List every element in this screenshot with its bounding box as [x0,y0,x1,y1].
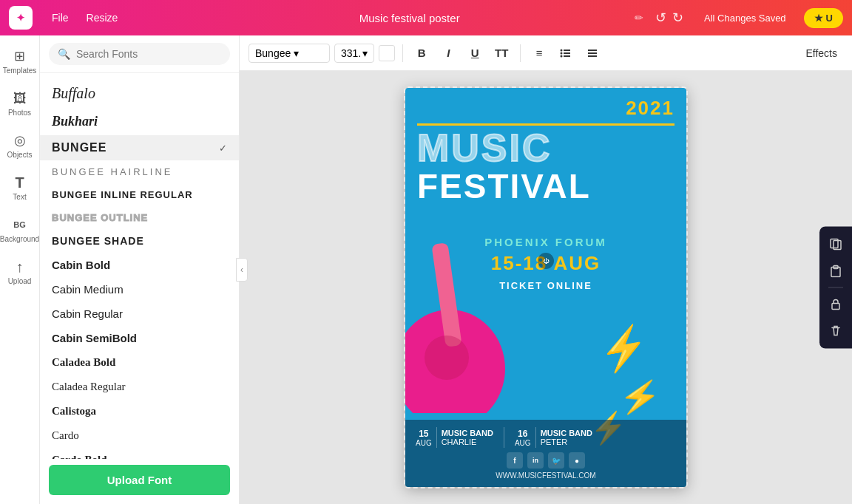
band-date-2: 16 AUG [515,429,531,447]
templates-label: Templates [3,67,37,75]
upgrade-label: U [826,13,833,24]
list-ordered-button[interactable] [555,42,577,64]
objects-label: Objects [7,151,33,159]
social-linkedin-icon: in [527,452,544,469]
font-name-buffalo: Buffalo [52,85,95,102]
font-item-bungee[interactable]: BUNGEE ✓ [40,135,239,160]
font-name-bungee-outline: BUNGEE OUTLINE [52,212,148,223]
logo-icon: ✦ [16,12,25,24]
bold-button[interactable]: B [410,42,433,64]
font-color-swatch[interactable] [379,45,395,61]
sidebar-item-text[interactable]: T Text [2,168,38,207]
font-size-selector[interactable]: 331. ▾ [334,44,374,63]
undo-button[interactable]: ↺ [655,10,666,26]
font-item-bungee-shade[interactable]: BUNGEE SHADE [40,229,239,253]
font-item-cabin-bold[interactable]: Cabin Bold [40,253,239,277]
social-pinterest-icon: ● [569,452,585,469]
svg-rect-2 [564,55,570,57]
font-name-calistoga: Calistoga [52,405,96,418]
sidebar-item-templates[interactable]: ⊞ Templates [2,41,38,81]
topbar-menu: File Resize [44,9,125,27]
font-name-bungee-hairline: BUNGEE HAIRLINE [52,166,172,177]
font-item-caladea-bold[interactable]: Caladea Bold [40,350,239,375]
text-icon: T [11,174,29,191]
background-label: Background [0,235,39,243]
tt-button[interactable]: TT [490,42,513,64]
font-item-cabin-regular[interactable]: Cabin Regular [40,302,239,326]
lightning-bolt-2: ⚡ [618,378,662,415]
clipboard-button[interactable] [824,259,848,283]
font-item-bungee-inline[interactable]: BUNGEE INLINE REGULAR [40,183,239,206]
search-input[interactable] [76,48,221,60]
sidebar-item-upload[interactable]: ↑ Upload [2,252,38,291]
font-name-caladea-bold: Caladea Bold [52,356,115,369]
svg-point-5 [561,55,563,57]
app-logo[interactable]: ✦ [9,6,33,30]
redo-button[interactable]: ↻ [672,10,683,26]
sidebar-item-photos[interactable]: 🖼 Photos [2,84,38,123]
font-item-cabin-medium[interactable]: Cabin Medium [40,277,239,302]
toolbar-divider-2 [520,44,521,62]
objects-icon: ◎ [11,132,29,149]
font-item-buffalo[interactable]: Buffalo [40,79,239,108]
templates-icon: ⊞ [11,47,29,65]
font-item-calistoga[interactable]: Calistoga [40,399,239,423]
band-separator-3 [535,427,536,448]
selected-check-icon: ✓ [219,143,227,154]
poster-year: 2021 [626,97,674,120]
canvas-area[interactable]: Change the font to your liking 2021 MUSI… [240,71,852,504]
social-twitter-icon: 🐦 [548,452,564,469]
font-name-cabin-medium: Cabin Medium [52,283,124,296]
font-name-cardo: Cardo [52,429,79,442]
sidebar-item-background[interactable]: BG Background [2,210,38,249]
band-info-2: MUSIC BAND PETER [541,429,592,446]
menu-resize[interactable]: Resize [79,9,126,27]
menu-file[interactable]: File [44,9,76,27]
font-item-cabin-semibold[interactable]: Cabin SemiBold [40,326,239,350]
font-family-selector[interactable]: Bungee ▾ [248,44,330,63]
upgrade-button[interactable]: ★ U [804,8,843,28]
upload-icon: ↑ [11,258,29,276]
align-left-button[interactable]: ≡ [528,42,550,64]
upload-font-button[interactable]: Upload Font [49,465,230,495]
upgrade-star-icon: ★ [814,13,823,24]
collapse-panel-handle[interactable]: ‹ [236,258,248,282]
svg-rect-7 [588,52,597,54]
font-item-bungee-outline[interactable]: BUNGEE OUTLINE [40,206,239,229]
font-name-bungee-inline: BUNGEE INLINE REGULAR [52,189,193,200]
photos-label: Photos [8,109,31,117]
poster-website: WWW.MUSICFESTIVAL.COM [416,471,676,480]
poster-line-top [417,123,674,126]
font-size-value: 331. [341,47,361,59]
font-name-caladea-regular: Caladea Regular [52,381,126,393]
font-name-cabin-bold: Cabin Bold [52,259,110,271]
edit-icon[interactable]: ✏ [635,12,643,24]
upload-label: Upload [8,277,32,285]
undo-redo-group: ↺ ↻ [655,10,683,26]
poster[interactable]: 2021 MUSIC FESTIVAL PHOENIX FORUM 15-18 … [405,88,686,487]
underline-button[interactable]: U [464,42,486,64]
font-name-cabin-regular: Cabin Regular [52,307,123,320]
font-item-bukhari[interactable]: Bukhari [40,108,239,135]
svg-point-4 [561,52,563,54]
search-icon: 🔍 [58,48,70,60]
social-facebook-icon: f [507,452,523,469]
font-item-caladea-regular[interactable]: Caladea Regular [40,375,239,399]
copy-style-button[interactable] [824,233,848,256]
poster-festival-text: FESTIVAL [417,169,674,203]
font-item-bungee-hairline[interactable]: BUNGEE HAIRLINE [40,160,239,183]
svg-rect-1 [564,52,570,54]
list-unordered-button[interactable] [581,42,604,64]
delete-button[interactable] [824,319,848,343]
font-family-value: Bungee [255,47,291,59]
lightning-bolt-1: ⚡ [595,324,653,372]
font-name-cardo-bold: Cardo Bold [52,454,107,459]
lock-button[interactable] [824,293,848,316]
font-item-cardo[interactable]: Cardo [40,423,239,448]
font-item-cardo-bold[interactable]: Cardo Bold [40,448,239,459]
italic-button[interactable]: I [437,42,459,64]
font-search-box[interactable]: 🔍 [49,43,230,65]
sidebar-item-objects[interactable]: ◎ Objects [2,126,38,165]
effects-button[interactable]: Effects [799,44,843,62]
toolbar-divider-1 [402,44,403,62]
